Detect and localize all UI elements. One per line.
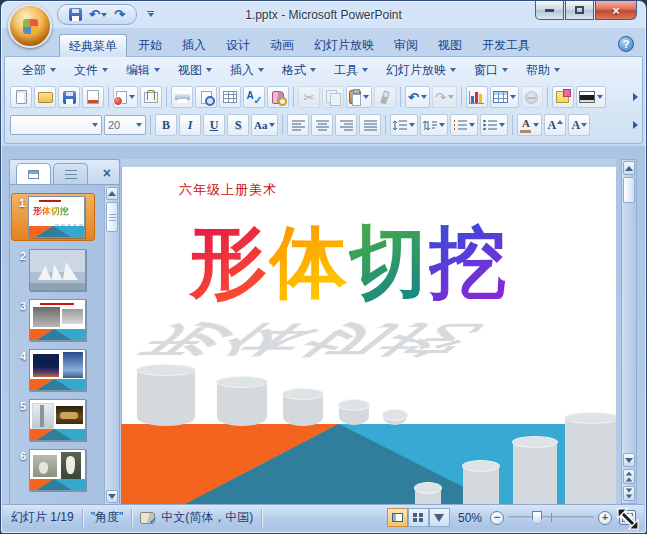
slide-thumbnail-2[interactable]: 2 bbox=[13, 249, 103, 291]
menu-insert[interactable]: 插入 bbox=[221, 58, 273, 83]
align-center-button[interactable] bbox=[311, 114, 333, 136]
minimize-button[interactable] bbox=[535, 1, 564, 20]
print-preview-button[interactable] bbox=[195, 86, 217, 108]
chevron-down-icon[interactable] bbox=[421, 95, 427, 99]
tab-animation[interactable]: 动画 bbox=[261, 34, 303, 57]
align-left-button[interactable] bbox=[287, 114, 309, 136]
background-style-button[interactable] bbox=[576, 86, 606, 108]
maximize-button[interactable] bbox=[565, 1, 594, 20]
redo-button[interactable]: ↷ bbox=[112, 6, 127, 23]
tab-slideshow[interactable]: 幻灯片放映 bbox=[305, 34, 383, 57]
spell-check-icon[interactable]: ✓ bbox=[140, 512, 155, 524]
panel-scrollbar[interactable] bbox=[104, 186, 119, 504]
hyperlink-button[interactable] bbox=[521, 86, 543, 108]
redo-button[interactable]: ↷ bbox=[432, 86, 457, 108]
spelling-button[interactable]: A✓ bbox=[243, 86, 265, 108]
undo-button[interactable]: ↶ bbox=[87, 6, 109, 23]
slide-thumbnail-6[interactable]: 6 bbox=[13, 449, 103, 491]
font-name-combo[interactable] bbox=[10, 115, 102, 135]
tab-home[interactable]: 开始 bbox=[129, 34, 171, 57]
panel-scroll-thumb[interactable] bbox=[106, 202, 118, 232]
slide-thumbnail-3[interactable]: 3 bbox=[13, 299, 103, 341]
tab-classic-menu[interactable]: 经典菜单 bbox=[59, 34, 127, 57]
chevron-down-icon[interactable] bbox=[136, 123, 142, 127]
toolbar-overflow-icon[interactable] bbox=[633, 93, 638, 101]
chevron-down-icon[interactable] bbox=[439, 123, 445, 127]
main-scrollbar[interactable] bbox=[621, 159, 637, 504]
slideshow-button[interactable] bbox=[429, 508, 450, 527]
underline-button[interactable]: U bbox=[203, 114, 225, 136]
tab-review[interactable]: 审阅 bbox=[385, 34, 427, 57]
text-shadow-button[interactable]: S bbox=[227, 114, 249, 136]
zoom-in-button[interactable]: + bbox=[598, 511, 612, 525]
thumbnail-image[interactable]: 形体切挖 bbox=[28, 196, 85, 238]
text-direction-button[interactable] bbox=[420, 114, 448, 136]
slide-indicator[interactable]: 幻灯片 1/19 bbox=[11, 509, 74, 526]
menu-edit[interactable]: 编辑 bbox=[117, 58, 169, 83]
chevron-down-icon[interactable] bbox=[597, 95, 603, 99]
panel-scroll-up-button[interactable] bbox=[106, 187, 118, 200]
slide-title-wordart[interactable]: 形体切挖 bbox=[189, 211, 509, 316]
notes-button[interactable] bbox=[552, 86, 574, 108]
copy-button[interactable] bbox=[322, 86, 344, 108]
slide-sorter-button[interactable] bbox=[408, 508, 429, 527]
cut-button[interactable]: ✂ bbox=[298, 86, 320, 108]
menu-all[interactable]: 全部 bbox=[13, 58, 65, 83]
scroll-up-button[interactable] bbox=[623, 161, 635, 175]
attach-button[interactable] bbox=[140, 86, 162, 108]
chevron-down-icon[interactable] bbox=[409, 123, 415, 127]
justify-button[interactable] bbox=[359, 114, 381, 136]
save-button[interactable] bbox=[67, 6, 84, 23]
tab-view[interactable]: 视图 bbox=[429, 34, 471, 57]
thumbnail-image[interactable] bbox=[29, 349, 86, 391]
menu-tools[interactable]: 工具 bbox=[325, 58, 377, 83]
chevron-down-icon[interactable] bbox=[533, 123, 539, 127]
menu-slideshow[interactable]: 幻灯片放映 bbox=[377, 58, 465, 83]
scroll-down-button[interactable] bbox=[623, 453, 635, 467]
chevron-down-icon[interactable] bbox=[510, 95, 516, 99]
chevron-down-icon[interactable] bbox=[129, 95, 135, 99]
slide-canvas[interactable]: 六年级上册美术 形体切挖 形体切挖 bbox=[121, 159, 616, 504]
align-right-button[interactable] bbox=[335, 114, 357, 136]
undo-button[interactable]: ↶ bbox=[405, 86, 430, 108]
paste-button[interactable] bbox=[346, 86, 372, 108]
qat-customize-button[interactable] bbox=[147, 11, 154, 17]
tab-outline[interactable] bbox=[53, 163, 88, 184]
zoom-out-button[interactable]: − bbox=[490, 511, 504, 525]
toolbar-overflow-icon[interactable] bbox=[633, 121, 638, 129]
scroll-thumb[interactable] bbox=[623, 177, 635, 203]
line-spacing-button[interactable] bbox=[390, 114, 418, 136]
change-case-button[interactable]: Aa bbox=[251, 114, 278, 136]
thumbnail-image[interactable] bbox=[29, 399, 86, 441]
chevron-down-icon[interactable] bbox=[469, 123, 475, 127]
previous-slide-button[interactable] bbox=[623, 469, 635, 484]
menu-format[interactable]: 格式 bbox=[273, 58, 325, 83]
slide-thumbnail-4[interactable]: 4 bbox=[13, 349, 103, 391]
slide-thumbnail-5[interactable]: 5 bbox=[13, 399, 103, 441]
menu-window[interactable]: 窗口 bbox=[465, 58, 517, 83]
new-button[interactable] bbox=[10, 86, 32, 108]
numbered-list-button[interactable] bbox=[450, 114, 478, 136]
undo-dropdown-icon[interactable] bbox=[101, 13, 107, 17]
bullet-list-button[interactable] bbox=[480, 114, 508, 136]
chevron-down-icon[interactable] bbox=[363, 95, 369, 99]
chevron-down-icon[interactable] bbox=[448, 95, 454, 99]
close-button[interactable]: × bbox=[595, 1, 637, 20]
theme-name[interactable]: "角度" bbox=[91, 509, 124, 526]
panel-scroll-down-button[interactable] bbox=[106, 490, 118, 503]
tab-insert[interactable]: 插入 bbox=[173, 34, 215, 57]
format-painter-button[interactable] bbox=[374, 86, 396, 108]
office-button[interactable] bbox=[8, 4, 52, 48]
title-bar[interactable]: ↶ ↷ 1.pptx - Microsoft PowerPoint × bbox=[1, 1, 646, 29]
menu-view[interactable]: 视图 bbox=[169, 58, 221, 83]
zoom-slider-track[interactable] bbox=[508, 516, 594, 519]
course-label[interactable]: 六年级上册美术 bbox=[179, 181, 277, 199]
tab-slides[interactable] bbox=[16, 163, 51, 184]
print-button[interactable] bbox=[171, 86, 193, 108]
menu-help[interactable]: 帮助 bbox=[517, 58, 569, 83]
menu-file[interactable]: 文件 bbox=[65, 58, 117, 83]
chevron-down-icon[interactable] bbox=[269, 123, 275, 127]
save-button[interactable] bbox=[58, 86, 80, 108]
thumbnail-image[interactable] bbox=[29, 249, 86, 291]
presentation-file-button[interactable] bbox=[82, 86, 104, 108]
